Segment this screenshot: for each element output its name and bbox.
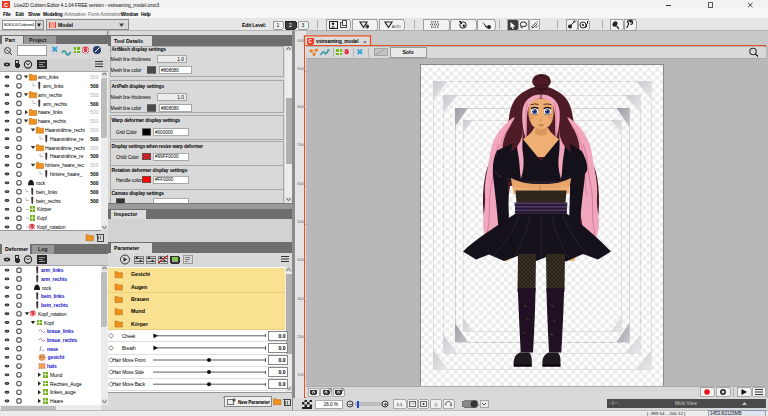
svg-text:nase: nase — [47, 346, 58, 352]
svg-text:C: C — [4, 2, 8, 8]
svg-text:Gesicht: Gesicht — [131, 271, 150, 277]
svg-text:Model: Model — [58, 22, 74, 28]
svg-text:Part: Part — [5, 37, 15, 43]
svg-text:hintere_haare_: hintere_haare_ — [50, 171, 83, 177]
svg-text:hintere_haare_rec: hintere_haare_rec — [45, 162, 84, 168]
svg-text:Haarsträhne_recht: Haarsträhne_recht — [45, 127, 85, 133]
svg-text:vstreaming_model: vstreaming_model — [316, 38, 359, 44]
svg-text:500: 500 — [90, 127, 99, 133]
svg-text:Mund: Mund — [50, 372, 62, 378]
svg-text:Mesh line color: Mesh line color — [111, 106, 142, 111]
svg-text:#FF0000: #FF0000 — [155, 177, 174, 182]
svg-text:gesicht: gesicht — [48, 354, 65, 360]
svg-text:1.0: 1.0 — [177, 57, 184, 62]
svg-text:500: 500 — [90, 189, 99, 195]
svg-text:300: 300 — [297, 296, 304, 301]
svg-text:Edit Level:: Edit Level: — [242, 22, 267, 28]
svg-text:bein_links: bein_links — [36, 189, 58, 195]
svg-text:800: 800 — [297, 104, 304, 109]
svg-text:arm_rechts: arm_rechts — [41, 276, 67, 282]
svg-text:Rechtes_Auge: Rechtes_Auge — [50, 381, 82, 387]
svg-text:Warp deformer display settings: Warp deformer display settings — [112, 118, 181, 123]
svg-text:0.0: 0.0 — [279, 381, 286, 387]
svg-text:Kopf_rotation: Kopf_rotation — [38, 311, 67, 317]
svg-text:#808080: #808080 — [161, 106, 179, 111]
svg-text:500: 500 — [90, 171, 99, 177]
svg-text:500: 500 — [90, 101, 99, 107]
svg-text:Animation: Animation — [64, 12, 86, 17]
svg-text:Deformer: Deformer — [5, 246, 28, 252]
svg-text:26.0 %: 26.0 % — [324, 402, 338, 407]
svg-text:1.0: 1.0 — [177, 95, 184, 100]
svg-text:Log: Log — [38, 246, 48, 252]
svg-text:haare_links: haare_links — [38, 109, 63, 115]
svg-text:Display settings when resize w: Display settings when resize warp deform… — [112, 144, 204, 149]
svg-text:ArtMesh display settings: ArtMesh display settings — [112, 47, 167, 52]
svg-text:Augen: Augen — [131, 284, 147, 290]
svg-text:700: 700 — [297, 142, 304, 147]
svg-text:#000000: #000000 — [155, 130, 173, 135]
svg-text:rock: rock — [36, 180, 46, 186]
svg-text:900: 900 — [297, 66, 304, 71]
svg-text:500: 500 — [90, 145, 99, 151]
svg-text:Multi View: Multi View — [675, 401, 697, 406]
svg-text:1453.8/2115MB: 1453.8/2115MB — [710, 411, 741, 416]
svg-text:File: File — [3, 12, 11, 17]
svg-text:500: 500 — [90, 74, 99, 80]
svg-text:100: 100 — [297, 372, 304, 377]
svg-text:Inspector: Inspector — [114, 211, 137, 217]
svg-text:500: 500 — [90, 92, 99, 98]
svg-text:Haarsträhne_recht: Haarsträhne_recht — [45, 145, 85, 151]
svg-text:New Parameter: New Parameter — [238, 400, 270, 405]
svg-text:500: 500 — [90, 180, 99, 186]
svg-text:Show: Show — [28, 12, 40, 17]
svg-text:arm_rechts: arm_rechts — [38, 92, 63, 98]
svg-text:bein_rechts: bein_rechts — [36, 198, 61, 204]
svg-text:Kopf: Kopf — [37, 215, 48, 221]
svg-text:Haarsträhne_re: Haarsträhne_re — [50, 153, 84, 159]
svg-text:200: 200 — [297, 334, 304, 339]
svg-text:Mesh line thickness: Mesh line thickness — [111, 95, 152, 100]
svg-text:arm_rechts: arm_rechts — [43, 101, 68, 107]
svg-text:Form Animation: Form Animation — [88, 12, 122, 17]
svg-text:Modeling: Modeling — [43, 12, 63, 17]
svg-text:0.0: 0.0 — [279, 369, 286, 375]
svg-text:ArtPath display settings: ArtPath display settings — [112, 84, 165, 89]
svg-text:Cheek: Cheek — [122, 334, 136, 339]
svg-text:[ -999.54 , -200.12 ]: [ -999.54 , -200.12 ] — [647, 411, 685, 416]
svg-text:hals: hals — [47, 363, 57, 369]
svg-text:Window: Window — [121, 12, 139, 17]
svg-text:Help: Help — [141, 12, 151, 17]
svg-text:3: 3 — [302, 22, 305, 28]
svg-text:linkes_auge: linkes_auge — [50, 389, 76, 395]
svg-text:Project: Project — [29, 37, 47, 43]
svg-text:×: × — [363, 39, 367, 45]
svg-text:500: 500 — [90, 118, 99, 124]
svg-text:Child Color: Child Color — [116, 155, 139, 160]
svg-text:000: 000 — [297, 38, 304, 43]
svg-text:bein_links: bein_links — [41, 293, 65, 299]
svg-text:Live2D Cubism Editor 4.1.04: Live2D Cubism Editor 4.1.04 FREE version… — [14, 3, 159, 8]
svg-text:400: 400 — [297, 257, 304, 262]
svg-text:Grid Color: Grid Color — [116, 130, 137, 135]
svg-text:2: 2 — [289, 22, 292, 28]
svg-text:Hair Move Side: Hair Move Side — [113, 370, 145, 375]
svg-text:0.0: 0.0 — [279, 333, 286, 339]
svg-text:Hair Move Front: Hair Move Front — [113, 358, 147, 363]
svg-text:Canvas display settings: Canvas display settings — [112, 191, 165, 196]
svg-text:Haarsträhne_re: Haarsträhne_re — [50, 136, 84, 142]
svg-text:arm_links: arm_links — [43, 83, 64, 89]
svg-text:Mesh line thickness: Mesh line thickness — [111, 57, 152, 62]
svg-text:arm_links: arm_links — [41, 267, 64, 273]
svg-text:500: 500 — [297, 219, 304, 224]
svg-text:500: 500 — [90, 109, 99, 115]
svg-text:#808080: #808080 — [161, 68, 179, 73]
svg-text:arm_links: arm_links — [38, 74, 59, 80]
svg-text:Mund: Mund — [131, 308, 145, 314]
svg-text:@: @ — [328, 388, 332, 392]
svg-text:Solo: Solo — [402, 49, 413, 55]
svg-text:AUTO: AUTO — [392, 25, 401, 29]
svg-text:Körper: Körper — [37, 206, 52, 212]
svg-text:Hair Move Back: Hair Move Back — [113, 382, 146, 387]
svg-text:Kopf: Kopf — [44, 320, 55, 326]
